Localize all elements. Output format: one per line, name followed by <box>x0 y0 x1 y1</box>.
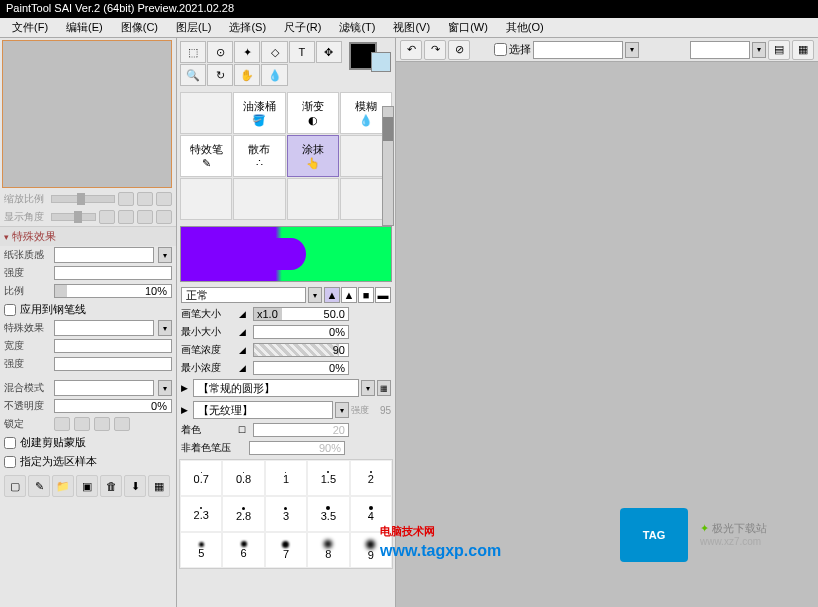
menu-image[interactable]: 图像(C) <box>113 18 166 37</box>
preset2-dd[interactable]: 【无纹理】 <box>193 401 333 419</box>
strength-slider[interactable] <box>54 266 172 280</box>
menu-filter[interactable]: 滤镜(T) <box>331 18 383 37</box>
size-2.8[interactable]: 2.8 <box>222 496 264 532</box>
brush-size-val[interactable]: x1.050.0 <box>253 307 349 321</box>
lock-pixel[interactable] <box>74 417 90 431</box>
tip-square[interactable]: ■ <box>358 287 374 303</box>
stabilizer-dd-btn[interactable]: ▾ <box>752 42 766 58</box>
zoom-tool[interactable]: 🔍 <box>180 64 206 86</box>
angle-cw[interactable] <box>137 210 153 224</box>
brush-blend-dd-btn[interactable]: ▾ <box>308 287 322 303</box>
tip-circle[interactable]: ▲ <box>324 287 340 303</box>
paper-dd-btn[interactable]: ▾ <box>158 247 172 263</box>
menu-ruler[interactable]: 尺子(R) <box>276 18 329 37</box>
tb-extra2[interactable]: ▦ <box>792 40 814 60</box>
tip-rect[interactable]: ▬ <box>375 287 391 303</box>
angle-slider[interactable] <box>51 213 96 221</box>
tint-val[interactable]: 20 <box>253 423 349 437</box>
lasso-tool[interactable]: ⊙ <box>207 41 233 63</box>
zoom-minus[interactable] <box>118 192 134 206</box>
preset2-tri[interactable]: ▶ <box>181 405 191 415</box>
bg-color-swatch[interactable] <box>371 52 391 72</box>
brush-slot-11[interactable] <box>287 178 339 220</box>
min-size-val[interactable]: 0% <box>253 325 349 339</box>
sample-lock-check[interactable] <box>4 456 16 468</box>
eyedropper-tool[interactable]: 💧 <box>261 64 287 86</box>
size-8[interactable]: 8 <box>307 532 349 568</box>
notint-val[interactable]: 90% <box>249 441 345 455</box>
select-check[interactable] <box>494 43 507 56</box>
angle-flip[interactable] <box>156 210 172 224</box>
apply-pen-check[interactable] <box>4 304 16 316</box>
size-0.7[interactable]: 0.7 <box>180 460 222 496</box>
strength2-slider[interactable] <box>54 357 172 371</box>
delete-layer-btn[interactable]: 🗑 <box>100 475 122 497</box>
blend-dd-btn[interactable]: ▾ <box>158 380 172 396</box>
opacity-slider[interactable]: 0% <box>54 399 172 413</box>
new-layer-btn[interactable]: ▢ <box>4 475 26 497</box>
brush-smudge[interactable]: 涂抹👆 <box>287 135 339 177</box>
brush-slot-1[interactable] <box>180 92 232 134</box>
brush-bucket[interactable]: 油漆桶🪣 <box>233 92 285 134</box>
density-icon[interactable]: ◢ <box>235 343 249 357</box>
effects-header[interactable]: 特殊效果 <box>0 226 176 246</box>
tip-tri[interactable]: ▲ <box>341 287 357 303</box>
size-0.8[interactable]: 0.8 <box>222 460 264 496</box>
menu-layer[interactable]: 图层(L) <box>168 18 219 37</box>
pressure-icon[interactable]: ◢ <box>235 307 249 321</box>
paper-texture-dd[interactable] <box>54 247 154 263</box>
preset1-dd[interactable]: 【常规的圆形】 <box>193 379 359 397</box>
hand-tool[interactable]: ✋ <box>234 64 260 86</box>
new-mask-btn[interactable]: ▣ <box>76 475 98 497</box>
size-6[interactable]: 6 <box>222 532 264 568</box>
size-2.3[interactable]: 2.3 <box>180 496 222 532</box>
menu-edit[interactable]: 编辑(E) <box>58 18 111 37</box>
menu-select[interactable]: 选择(S) <box>221 18 274 37</box>
wand-tool[interactable]: ✦ <box>234 41 260 63</box>
zoom-slider[interactable] <box>51 195 115 203</box>
preset1-tri[interactable]: ▶ <box>181 383 191 393</box>
size-3[interactable]: 3 <box>265 496 307 532</box>
angle-reset[interactable] <box>118 210 134 224</box>
size-7[interactable]: 7 <box>265 532 307 568</box>
undo-btn[interactable]: ↶ <box>400 40 422 60</box>
min-size-icon[interactable]: ◢ <box>235 325 249 339</box>
ratio-slider[interactable]: 10% <box>54 284 172 298</box>
brush-blend-dd[interactable]: 正常 <box>181 287 306 303</box>
deselect-btn[interactable]: ⊘ <box>448 40 470 60</box>
menu-file[interactable]: 文件(F) <box>4 18 56 37</box>
size-5[interactable]: 5 <box>180 532 222 568</box>
menu-view[interactable]: 视图(V) <box>385 18 438 37</box>
size-3.5[interactable]: 3.5 <box>307 496 349 532</box>
zoom-reset[interactable] <box>137 192 153 206</box>
tint-check[interactable]: ☐ <box>235 423 249 437</box>
tool-scrollbar[interactable] <box>382 106 394 226</box>
text-tool[interactable]: T <box>289 41 315 63</box>
size-1.5[interactable]: 1.5 <box>307 460 349 496</box>
shape-tool[interactable]: ◇ <box>261 41 287 63</box>
effect-dd-btn[interactable]: ▾ <box>158 320 172 336</box>
rotate-tool[interactable]: ↻ <box>207 64 233 86</box>
lock-none[interactable] <box>54 417 70 431</box>
min-density-icon[interactable]: ◢ <box>235 361 249 375</box>
preset1-dd-btn[interactable]: ▾ <box>361 380 375 396</box>
menu-other[interactable]: 其他(O) <box>498 18 552 37</box>
density-val[interactable]: 90 <box>253 343 349 357</box>
brush-scatter[interactable]: 散布∴ <box>233 135 285 177</box>
width-slider[interactable] <box>54 339 172 353</box>
brush-gradient[interactable]: 渐变◐ <box>287 92 339 134</box>
preset1-opts[interactable]: ▦ <box>377 380 391 396</box>
blend-dd[interactable] <box>54 380 154 396</box>
navigator-preview[interactable] <box>2 40 172 188</box>
brush-slot-9[interactable] <box>180 178 232 220</box>
zoom-plus[interactable] <box>156 192 172 206</box>
rect-select-tool[interactable]: ⬚ <box>180 41 206 63</box>
size-1[interactable]: 1 <box>265 460 307 496</box>
select-dd-btn[interactable]: ▾ <box>625 42 639 58</box>
menu-window[interactable]: 窗口(W) <box>440 18 496 37</box>
tb-extra1[interactable]: ▤ <box>768 40 790 60</box>
new-linework-btn[interactable]: ✎ <box>28 475 50 497</box>
move-tool[interactable]: ✥ <box>316 41 342 63</box>
select-dd[interactable] <box>533 41 623 59</box>
lock-pos[interactable] <box>94 417 110 431</box>
